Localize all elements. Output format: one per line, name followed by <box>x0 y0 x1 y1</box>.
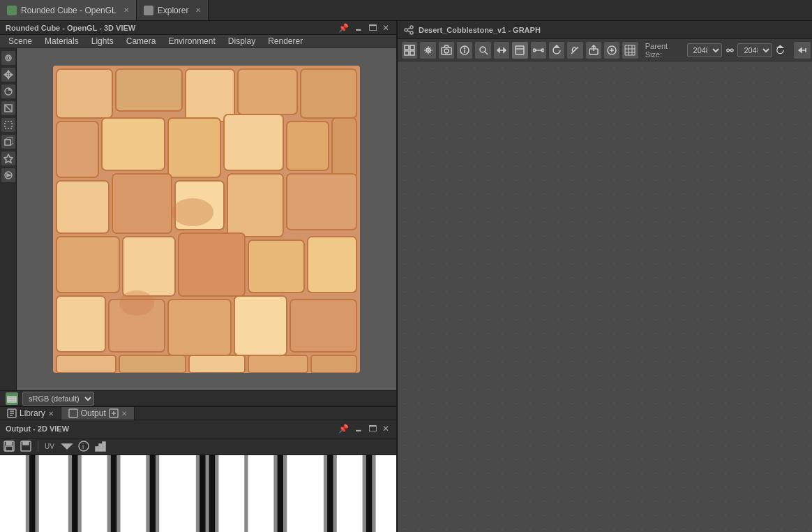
menu-scene[interactable]: Scene <box>3 35 38 47</box>
viewport-3d[interactable] <box>17 48 396 390</box>
menu-environment[interactable]: Environment <box>163 35 220 47</box>
left-toolbar <box>0 48 17 390</box>
graph-tool-pan[interactable] <box>420 42 435 59</box>
output-expand-icon[interactable] <box>109 408 119 418</box>
graph-tool-camera[interactable] <box>439 42 454 59</box>
save-as-icon[interactable] <box>20 440 32 452</box>
graph-nav-left[interactable] <box>794 42 811 59</box>
uv-icon[interactable]: UV <box>44 440 57 452</box>
view-2d-max[interactable]: 🗖 <box>367 422 378 435</box>
left-panel: Rounded Cube - OpenGL - 3D VIEW 📌 🗕 🗖 ✕ … <box>0 21 398 532</box>
graph-tool-plus[interactable] <box>604 42 619 59</box>
svg-point-131 <box>726 49 729 52</box>
svg-marker-13 <box>5 138 13 145</box>
svg-rect-92 <box>376 455 396 532</box>
svg-rect-57 <box>69 409 77 418</box>
svg-line-96 <box>407 28 410 29</box>
tab-library-close[interactable]: ✕ <box>48 410 54 418</box>
svg-rect-75 <box>29 455 35 532</box>
tool-light[interactable] <box>1 152 15 165</box>
save-icon[interactable] <box>3 440 15 452</box>
close-btn[interactable]: ✕ <box>381 22 391 34</box>
svg-rect-77 <box>72 455 77 532</box>
tab-output-close[interactable]: ✕ <box>121 410 127 418</box>
layer-icon[interactable] <box>6 392 18 405</box>
main-area: Rounded Cube - OpenGL - 3D VIEW 📌 🗕 🗖 ✕ … <box>0 21 812 532</box>
maximize-btn[interactable]: 🗖 <box>367 22 378 34</box>
view-2d-controls: 📌 🗕 🗖 ✕ <box>337 422 391 435</box>
svg-point-104 <box>444 49 449 53</box>
parent-size-select2[interactable]: 204810245124096 <box>737 43 772 57</box>
tab-explorer[interactable]: Explorer ✕ <box>137 0 209 20</box>
graph-tool-rotate[interactable] <box>549 42 564 59</box>
view-2d-preview[interactable] <box>0 455 396 532</box>
svg-rect-35 <box>179 233 245 296</box>
svg-line-10 <box>5 105 12 112</box>
menu-camera[interactable]: Camera <box>121 35 162 47</box>
minimize-btn[interactable]: 🗕 <box>353 22 364 34</box>
tool-render[interactable] <box>1 168 15 182</box>
graph-tool-info[interactable] <box>457 42 472 59</box>
tab-icon-3d <box>7 6 17 15</box>
svg-rect-63 <box>6 446 13 451</box>
tool-cube[interactable] <box>1 135 15 149</box>
tool-scale[interactable] <box>1 101 15 115</box>
graph-tool-grid[interactable] <box>622 42 638 59</box>
svg-rect-51 <box>8 399 16 400</box>
graph-tool-fit[interactable] <box>402 42 417 59</box>
bottom-tabs-bar: Library ✕ Output ✕ <box>0 406 396 420</box>
pin-btn[interactable]: 📌 <box>337 22 350 34</box>
tool-rotate[interactable] <box>1 84 15 98</box>
dropdown-icon[interactable] <box>61 440 73 452</box>
tab-close-rounded-cube[interactable]: ✕ <box>123 6 129 14</box>
view-2d-close[interactable]: ✕ <box>381 422 391 435</box>
tab-output[interactable]: Output ✕ <box>61 407 135 420</box>
svg-marker-7 <box>10 73 13 76</box>
tool-move[interactable] <box>1 68 15 82</box>
graph-canvas[interactable]: Tile Random 2 <box>398 61 812 532</box>
menu-display[interactable]: Display <box>223 35 261 47</box>
tab-close-explorer[interactable]: ✕ <box>195 6 201 14</box>
tab-output-label: Output <box>81 408 106 418</box>
svg-point-0 <box>6 55 11 61</box>
viewport-area <box>0 48 396 390</box>
svg-marker-67 <box>62 444 72 449</box>
chart-icon[interactable] <box>94 440 107 452</box>
svg-rect-82 <box>159 455 196 532</box>
svg-rect-43 <box>57 355 116 373</box>
svg-rect-62 <box>6 441 12 445</box>
svg-rect-74 <box>0 455 26 532</box>
svg-rect-27 <box>332 118 356 177</box>
tool-select[interactable] <box>1 118 15 132</box>
svg-marker-6 <box>4 73 6 76</box>
svg-rect-45 <box>189 355 245 373</box>
tab-rounded-cube[interactable]: Rounded Cube - OpenGL ✕ <box>0 0 137 20</box>
menu-renderer[interactable]: Renderer <box>262 35 308 47</box>
graph-tool-wrench[interactable] <box>567 42 582 59</box>
menu-lights[interactable]: Lights <box>86 35 119 47</box>
graph-tool-zoom[interactable] <box>475 42 490 59</box>
graph-tool-frame[interactable] <box>512 42 527 59</box>
tab-library[interactable]: Library ✕ <box>0 407 61 420</box>
view-2d-pin[interactable]: 📌 <box>337 422 350 435</box>
parent-size-select[interactable]: 204810245124096 <box>687 43 722 57</box>
graph-tool-export[interactable] <box>586 42 601 59</box>
info-icon-2d[interactable]: i <box>77 440 90 452</box>
svg-point-95 <box>410 31 413 34</box>
link-icon[interactable] <box>725 45 735 56</box>
menu-materials[interactable]: Materials <box>39 35 84 47</box>
view-2d-min[interactable]: 🗕 <box>353 422 364 435</box>
svg-rect-11 <box>5 121 12 128</box>
refresh-icon[interactable] <box>775 45 785 56</box>
svg-rect-33 <box>57 237 119 293</box>
color-mode-select[interactable]: sRGB (default) <box>22 392 94 406</box>
svg-line-109 <box>485 52 488 54</box>
graph-tool-link[interactable] <box>531 42 546 59</box>
graph-tool-arrows[interactable] <box>494 42 509 59</box>
tool-camera[interactable] <box>1 51 15 65</box>
svg-rect-80 <box>121 455 146 532</box>
svg-rect-72 <box>103 442 105 451</box>
svg-rect-21 <box>301 69 356 118</box>
menu-bar: Scene Materials Lights Camera Environmen… <box>0 35 396 48</box>
tab-rounded-cube-label: Rounded Cube - OpenGL <box>21 6 116 15</box>
